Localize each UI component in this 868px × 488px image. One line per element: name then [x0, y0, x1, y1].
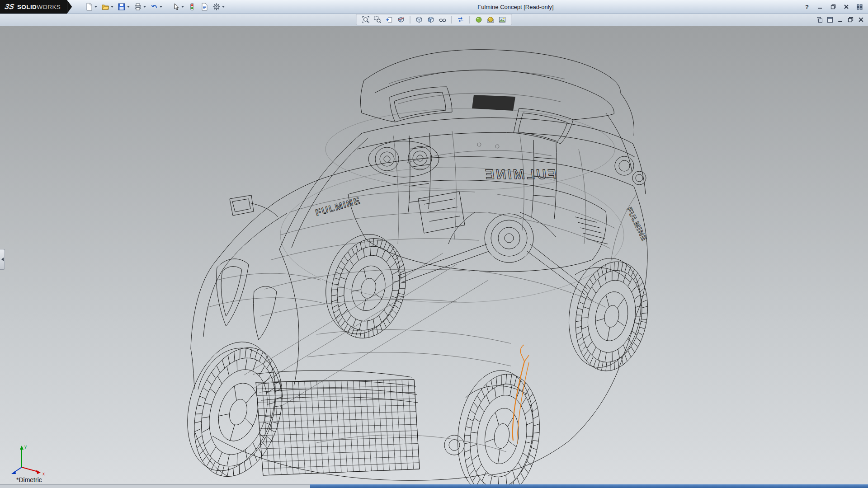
new-document-icon [85, 3, 93, 11]
close-button[interactable] [842, 3, 850, 11]
toolbar-separator [410, 16, 410, 23]
main-toolbar [84, 0, 226, 13]
zoom-to-area-button[interactable] [373, 15, 382, 24]
triad-y-label: y [24, 444, 27, 449]
restore-icon [848, 17, 854, 23]
dropdown-arrow[interactable] [181, 6, 184, 8]
view-settings-button[interactable] [456, 15, 466, 24]
open-folder-icon [101, 3, 109, 11]
view-orientation-cube-icon [415, 16, 423, 23]
swap-arrows-icon [457, 16, 465, 23]
restore-button[interactable] [829, 3, 837, 11]
feature-panel-toggle[interactable] [0, 249, 5, 270]
menu-expand-arrow[interactable] [67, 0, 72, 14]
scene-sphere-icon [487, 16, 495, 23]
app: { "window": { "brand": {"mark": "ЗS", "b… [0, 0, 868, 488]
previous-view-button[interactable] [385, 15, 394, 24]
triad-x-label: x [42, 471, 45, 476]
wheels-and-mesh [172, 226, 656, 484]
rebuild-button[interactable] [187, 0, 198, 13]
view-orientation-label: *Dimetric [16, 476, 42, 483]
scene-button[interactable] [498, 15, 507, 24]
undo-button[interactable] [149, 0, 164, 13]
undo-icon [150, 3, 158, 11]
dropdown-arrow[interactable] [127, 6, 130, 8]
title-bar: ЗS SOLIDWORKS [0, 0, 868, 14]
construction-lines [208, 70, 637, 452]
rear-logo-text: FULMINE [625, 206, 648, 243]
viewport-3d[interactable]: FULMINE FULMINE FULMINE y x *Dimetric [0, 26, 868, 484]
restore-icon [830, 4, 836, 9]
toolbar-separator [167, 3, 167, 11]
hide-show-items-button[interactable] [438, 15, 448, 24]
orientation-triad: y x [6, 441, 52, 476]
document-minimize-button[interactable] [837, 16, 844, 23]
dropdown-arrow[interactable] [160, 6, 162, 8]
view-orientation-button[interactable] [415, 15, 424, 24]
solidworks-logo: ЗS SOLIDWORKS [0, 0, 67, 14]
headsup-bar [0, 14, 868, 26]
document-restore-button[interactable] [847, 16, 854, 23]
selected-spline-highlight[interactable] [513, 345, 529, 444]
wireframe-model: FULMINE FULMINE FULMINE [0, 26, 868, 484]
layout-grid-icon [857, 4, 863, 10]
apply-scene-button[interactable] [486, 15, 495, 24]
edit-appearance-button[interactable] [474, 15, 484, 24]
chevron-left-icon [1, 258, 4, 261]
zoom-to-fit-icon [362, 16, 370, 23]
file-properties-icon [200, 3, 208, 11]
options-gear-icon [212, 3, 221, 11]
help-button[interactable]: ? [803, 3, 811, 11]
dropdown-arrow[interactable] [143, 6, 146, 8]
scene-picture-icon [499, 16, 506, 23]
cowl-logo-text: FULMINE [482, 167, 557, 182]
select-cursor-icon [172, 3, 180, 11]
display-style-cube-icon [427, 16, 435, 23]
model-logos: FULMINE FULMINE FULMINE [314, 167, 648, 243]
eyeglasses-icon [439, 16, 447, 23]
brand-text: SOLIDWORKS [17, 3, 61, 11]
rebuild-traffic-light-icon [188, 3, 196, 11]
file-properties-button[interactable] [199, 0, 210, 13]
minimize-button[interactable] [816, 3, 824, 11]
dropdown-arrow[interactable] [94, 6, 97, 8]
car-body-wireframe [191, 50, 647, 480]
appearance-sphere-icon [475, 16, 483, 23]
minimize-icon [837, 17, 843, 23]
next-window-icon [827, 17, 833, 23]
next-window-button[interactable] [826, 16, 833, 23]
save-icon [118, 3, 126, 11]
document-window-controls [816, 16, 868, 23]
section-view-icon [397, 16, 405, 23]
options-button[interactable] [211, 0, 226, 13]
dropdown-arrow[interactable] [222, 6, 225, 8]
layout-grid-button[interactable] [855, 3, 863, 11]
previous-window-icon [816, 17, 823, 23]
open-button[interactable] [100, 0, 115, 13]
save-button[interactable] [116, 0, 131, 13]
select-button[interactable] [170, 0, 185, 13]
close-icon [858, 17, 864, 23]
fender-logo-text: FULMINE [314, 195, 362, 218]
close-icon [844, 4, 849, 9]
toolbar-separator [452, 16, 452, 23]
document-close-button[interactable] [858, 16, 864, 23]
toolbar-separator [470, 16, 470, 23]
section-view-button[interactable] [396, 15, 406, 24]
display-style-button[interactable] [426, 15, 436, 24]
dropdown-arrow[interactable] [111, 6, 113, 8]
headsup-view-toolbar [356, 14, 512, 25]
status-bar [0, 484, 868, 488]
print-icon [134, 3, 142, 11]
window-controls: ? [803, 3, 868, 11]
zoom-to-fit-button[interactable] [361, 15, 371, 24]
window-title: Fulmine Concept [Read-only] [477, 4, 553, 10]
zoom-to-area-icon [374, 16, 382, 23]
new-document-button[interactable] [84, 0, 99, 13]
previous-window-button[interactable] [816, 16, 823, 23]
status-bar-left-segment [0, 484, 310, 488]
previous-view-icon [386, 16, 393, 23]
3ds-logo-icon: ЗS [4, 3, 15, 11]
print-button[interactable] [132, 0, 147, 13]
minimize-icon [817, 4, 823, 9]
